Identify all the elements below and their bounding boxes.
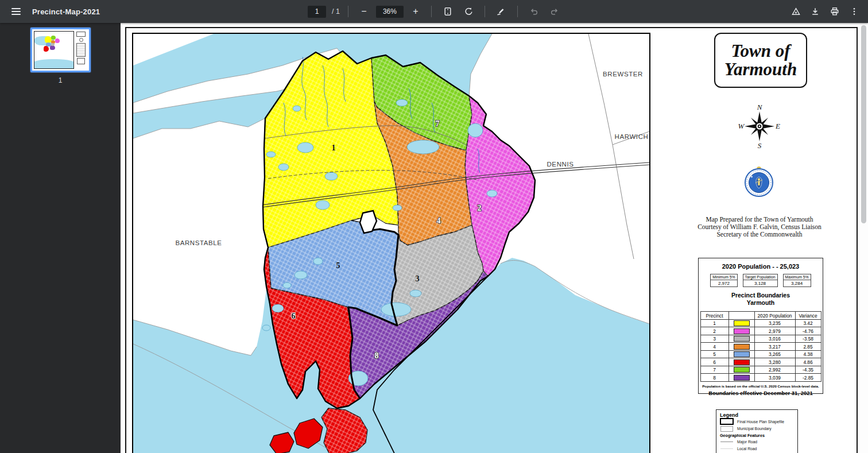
precinct-population-cell: 2,979 — [754, 327, 795, 335]
precinct-population-cell: 3,016 — [754, 335, 795, 343]
download-icon — [811, 7, 820, 16]
thumbnail-sidebar: 1 — [0, 23, 121, 453]
more-options-button[interactable] — [846, 3, 862, 20]
download-button[interactable] — [807, 3, 823, 20]
legend-label: Municipal Boundary — [737, 427, 772, 431]
stat-label: Target Population — [743, 274, 777, 280]
precinct-population-cell: 3,235 — [754, 319, 795, 327]
population-title: 2020 Population - - 25,023 — [699, 263, 823, 270]
annotate-button[interactable] — [493, 3, 509, 20]
hamburger-icon — [11, 8, 21, 15]
legend-sample — [720, 418, 734, 425]
credit-line: Secretary of the Commonwealth — [684, 231, 835, 238]
precinct-variance-cell: -4.76 — [795, 327, 821, 335]
precinct-number-cell: 8 — [700, 374, 728, 382]
rotate-icon — [464, 7, 473, 16]
population-summary-box: 2020 Population - - 25,023 Minimum 5%2,9… — [698, 258, 823, 394]
table-header — [728, 312, 754, 320]
stat-value: 3,128 — [743, 280, 777, 286]
svg-text:N: N — [757, 103, 763, 111]
legend-label: Final House Plan Shapefile — [737, 420, 784, 424]
legend-item: Local Road — [720, 446, 794, 453]
precinct-variance-cell: -4.35 — [795, 366, 821, 374]
fit-page-button[interactable] — [440, 3, 456, 20]
toolbar: Precinct-Map-2021 1 / 1 − 36% + — [0, 0, 868, 23]
precinct-color-cell — [728, 327, 754, 335]
menu-button[interactable] — [8, 3, 24, 20]
toolbar-left: Precinct-Map-2021 — [0, 3, 197, 20]
census-footnote: Population is based on the official U.S.… — [699, 384, 823, 388]
color-swatch — [734, 336, 750, 342]
legend-item: Final House Plan Shapefile — [720, 418, 794, 425]
thumbnail-page-number: 1 — [30, 76, 91, 84]
print-button[interactable] — [827, 3, 843, 20]
precinct-variance-cell: 4.86 — [795, 358, 821, 366]
precinct-variance-cell: -3.58 — [795, 335, 821, 343]
redo-button[interactable] — [547, 3, 563, 20]
pen-icon — [496, 7, 506, 17]
svg-text:S: S — [758, 141, 762, 150]
precinct-number-cell: 3 — [700, 335, 728, 343]
legend-label: Local Road — [737, 447, 757, 451]
table-header: Precinct — [700, 312, 728, 320]
toolbar-divider — [517, 6, 518, 17]
precinct-variance-cell: 4.38 — [795, 350, 821, 358]
redo-icon — [550, 7, 559, 16]
population-stat: Maximum 5%3,284 — [783, 274, 811, 287]
compass-rose: N S E W — [738, 102, 781, 150]
vertical-scrollbar[interactable] — [859, 23, 868, 453]
population-stat: Minimum 5%2,972 — [710, 274, 737, 287]
fit-page-icon — [443, 7, 452, 16]
table-row: 43,2172.85 — [700, 343, 821, 351]
page-number-input[interactable]: 1 — [308, 6, 326, 18]
toolbar-divider — [348, 6, 348, 17]
massachusetts-seal — [743, 165, 775, 198]
add-to-drive-button[interactable] — [788, 3, 804, 20]
precinct-number-cell: 6 — [700, 358, 728, 366]
precinct-variance-cell: -2.85 — [795, 374, 821, 382]
precinct-number-cell: 1 — [700, 319, 728, 327]
legend-section-heading: Geographical Features — [720, 433, 794, 438]
svg-text:E: E — [775, 122, 780, 130]
table-row: 22,979-4.76 — [700, 327, 821, 335]
legend-item: Municipal Boundary — [720, 425, 794, 433]
legend-box: Legend Final House Plan ShapefileMunicip… — [716, 409, 798, 453]
rotate-button[interactable] — [460, 3, 476, 20]
precinct-color-cell — [728, 350, 754, 358]
toolbar-right — [673, 3, 868, 20]
town-subtitle: Yarmouth — [699, 299, 823, 307]
precinct-number-cell: 4 — [700, 343, 728, 351]
legend-items: Final House Plan ShapefileMunicipal Boun… — [720, 418, 794, 453]
document-area: BARNSTABLEDENNISBREWSTERHARWICH 12345678… — [121, 23, 868, 453]
stat-label: Minimum 5% — [711, 274, 737, 280]
boundaries-subtitle: Precinct Boundaries — [699, 292, 823, 299]
zoom-out-button[interactable]: − — [356, 4, 371, 19]
legend-title: Legend — [720, 412, 794, 418]
stat-value: 2,972 — [711, 280, 737, 286]
zoom-in-button[interactable]: + — [408, 4, 423, 19]
undo-button[interactable] — [526, 3, 542, 20]
viewer-body: 1 — [0, 23, 868, 453]
map-credit-text: Map Prepared for the Town of Yarmouth Co… — [684, 216, 835, 238]
table-row: 63,2804.86 — [700, 358, 821, 366]
legend-sample — [720, 448, 734, 449]
page-thumbnail[interactable] — [30, 28, 91, 72]
map-title-line1: Town of — [731, 42, 790, 60]
scrollbar-thumb[interactable] — [861, 25, 866, 223]
undo-icon — [529, 7, 538, 16]
color-swatch — [734, 328, 750, 334]
credit-line: Map Prepared for the Town of Yarmouth — [684, 216, 835, 223]
stat-label: Maximum 5% — [784, 274, 811, 280]
color-swatch — [734, 320, 750, 326]
population-stats: Minimum 5%2,972Target Population3,128Max… — [699, 274, 823, 287]
precinct-color-cell — [728, 366, 754, 374]
color-swatch — [734, 344, 750, 350]
color-swatch — [734, 359, 750, 365]
toolbar-divider — [485, 6, 485, 17]
zoom-level-input[interactable]: 36% — [376, 6, 404, 18]
legend-item: Major Road — [720, 438, 794, 446]
precinct-color-cell — [728, 343, 754, 351]
precinct-population-cell: 2,992 — [754, 366, 795, 374]
table-row: 53,2654.38 — [700, 350, 821, 358]
drive-icon — [791, 7, 801, 17]
